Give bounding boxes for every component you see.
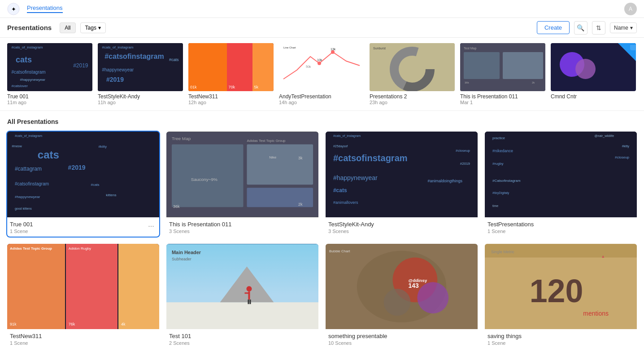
svg-text:50k: 50k: [306, 65, 311, 68]
presentations-grid: #cats_of_instagram #meow cats #kitty #ca…: [7, 132, 637, 348]
svg-rect-23: [247, 145, 313, 185]
presentation-name: True 001: [10, 221, 33, 228]
svg-text:▲: ▲: [601, 254, 605, 258]
presentation-scenes: 3 Scenes: [169, 229, 231, 234]
presentation-thumbnail: #cats_of_instagram #meow cats #kitty #ca…: [7, 132, 159, 217]
presentation-thumbnail: @nair_wildlife #kitty #closeup practice …: [485, 132, 637, 217]
recent-card[interactable]: 01k 70k 5k TestNew311 12h ago: [188, 43, 274, 105]
svg-text:36k: 36k: [465, 81, 470, 84]
recent-thumb-img: Line Chart 10k 13k 50k: [279, 43, 364, 91]
svg-text:2k: 2k: [532, 81, 535, 84]
svg-text:Line Chart: Line Chart: [283, 46, 296, 49]
recent-strip: #cats_of_instagram cats #catsofinstagram…: [0, 38, 644, 111]
svg-text:3k: 3k: [298, 156, 303, 160]
svg-text:143: 143: [408, 282, 419, 289]
svg-text:10k: 10k: [317, 58, 322, 62]
presentation-scenes: 1 Scene: [10, 340, 42, 346]
svg-text:2k: 2k: [298, 202, 303, 207]
svg-text:36k: 36k: [173, 204, 180, 209]
user-avatar[interactable]: A: [624, 3, 637, 15]
svg-text:Adidas Test Topic Group: Adidas Test Topic Group: [247, 139, 286, 143]
svg-text:Main Header: Main Header: [172, 249, 201, 255]
tags-filter-btn[interactable]: Tags: [80, 22, 106, 33]
presentation-thumbnail: Main Header Subheader: [166, 244, 318, 330]
svg-text:✦: ✦: [11, 6, 16, 13]
svg-rect-32: [166, 302, 318, 329]
page-title: Presentations: [7, 24, 52, 31]
presentation-thumbnail: Tree Map 36k 3k Nike 2k Saucony~9% Adida…: [166, 132, 318, 217]
recent-card[interactable]: Test Map 36k 2k This is Presentation 011…: [460, 43, 545, 105]
presentation-thumbnail: Adidas Test Topic Group 91k Adidon Rugby…: [7, 244, 159, 330]
svg-text:13k: 13k: [331, 48, 336, 51]
sort-chevron-icon: [630, 25, 633, 31]
svg-text:Saucony~9%: Saucony~9%: [191, 177, 218, 182]
presentation-name: TestStyleKit-Andy: [328, 221, 374, 228]
tags-chevron-icon: [98, 25, 101, 31]
svg-text:Subheader: Subheader: [172, 256, 191, 261]
presentation-card[interactable]: Bubble Chart @ddinsy 143 something prese…: [326, 244, 478, 349]
svg-text:120: 120: [530, 273, 583, 309]
sort-icon[interactable]: ⇅: [592, 21, 605, 35]
create-button[interactable]: Create: [537, 21, 570, 34]
presentation-card[interactable]: @nair_wildlife #kitty #closeup practice …: [485, 132, 637, 237]
presentation-thumbnail: #cats_of_instagram #25daysof #catsofinst…: [326, 132, 478, 217]
recent-card[interactable]: Line Chart 10k 13k 50k AndyTestPresentat…: [279, 43, 364, 105]
svg-text:Test Map: Test Map: [464, 47, 477, 50]
svg-rect-24: [247, 188, 313, 207]
svg-text:Tree Map: Tree Map: [172, 136, 191, 141]
svg-point-13: [403, 60, 421, 78]
presentation-name: Test 101: [169, 333, 191, 339]
recent-card[interactable]: #cats_of_instagram #catsofinstagram #hap…: [98, 43, 183, 105]
presentation-card[interactable]: #cats_of_instagram #25daysof #catsofinst…: [326, 132, 478, 237]
svg-rect-39: [248, 299, 249, 304]
svg-rect-40: [249, 299, 251, 304]
presentation-name: TestPresentations: [487, 221, 534, 228]
all-presentations-title: All Presentations: [7, 118, 637, 125]
sort-select[interactable]: Name: [610, 22, 637, 33]
search-button[interactable]: 🔍: [574, 21, 587, 35]
svg-text:Nike: Nike: [269, 155, 277, 159]
presentation-name: This is Presentation 011: [169, 221, 231, 228]
svg-text:mentions: mentions: [583, 310, 609, 317]
svg-point-46: [384, 289, 411, 316]
presentation-card[interactable]: #cats_of_instagram #meow cats #kitty #ca…: [7, 132, 159, 237]
presentation-card[interactable]: Adidas Test Topic Group 91k Adidon Rugby…: [7, 244, 159, 349]
svg-point-5: [331, 50, 335, 54]
recent-thumb-img: 01k 70k 5k: [188, 43, 274, 91]
recent-thumb-img: #cats_of_instagram cats #catsofinstagram…: [7, 43, 92, 91]
presentation-thumbnail: Bubble Chart @ddinsy 143: [326, 244, 478, 330]
more-options-button[interactable]: ···: [146, 221, 157, 232]
svg-text:Bubble Chart: Bubble Chart: [329, 249, 350, 253]
svg-text:Sunburst: Sunburst: [373, 47, 386, 50]
presentation-card[interactable]: Tree Map 36k 3k Nike 2k Saucony~9% Adida…: [166, 132, 318, 237]
recent-thumb-img: Sunburst: [370, 43, 455, 91]
svg-point-4: [318, 62, 321, 65]
presentation-name: something presentable: [328, 333, 387, 339]
presentation-scenes: 1 Scene: [487, 340, 522, 346]
recent-card[interactable]: Cmnd Cntr: [551, 43, 636, 105]
presentation-name: TestNew311: [10, 333, 42, 339]
svg-rect-38: [244, 292, 249, 294]
presentation-scenes: 3 Scenes: [328, 229, 374, 234]
svg-point-45: [417, 282, 448, 313]
presentations-tab[interactable]: Presentations: [27, 4, 63, 13]
svg-rect-2: [279, 43, 364, 91]
recent-thumb-img: Test Map 36k 2k: [460, 43, 545, 91]
recent-card[interactable]: Sunburst Presentations 2 23h ago: [370, 43, 455, 105]
svg-rect-16: [464, 52, 500, 79]
presentation-scenes: 1 Scene: [10, 229, 33, 234]
app-logo[interactable]: ✦: [7, 3, 20, 15]
presentation-card[interactable]: Main Header Subheader Test 101 2 Scenes: [166, 244, 318, 349]
recent-card[interactable]: #cats_of_instagram cats #catsofinstagram…: [7, 43, 92, 105]
recent-thumb-img: #cats_of_instagram #catsofinstagram #hap…: [98, 43, 183, 91]
top-nav: ✦ Presentations A: [0, 0, 644, 18]
svg-point-36: [246, 286, 252, 291]
presentation-scenes: 10 Scenes: [328, 340, 387, 346]
presentation-card[interactable]: Single Metric 120 mentions ▲ saving thin…: [485, 244, 637, 349]
all-filter-btn[interactable]: All: [60, 22, 75, 33]
presentation-scenes: 1 Scene: [487, 229, 534, 234]
svg-rect-22: [172, 145, 244, 207]
presentation-scenes: 2 Scenes: [169, 340, 191, 346]
main-section: All Presentations #cats_of_instagram #me…: [0, 111, 644, 352]
svg-text:Single Metric: Single Metric: [491, 249, 514, 254]
